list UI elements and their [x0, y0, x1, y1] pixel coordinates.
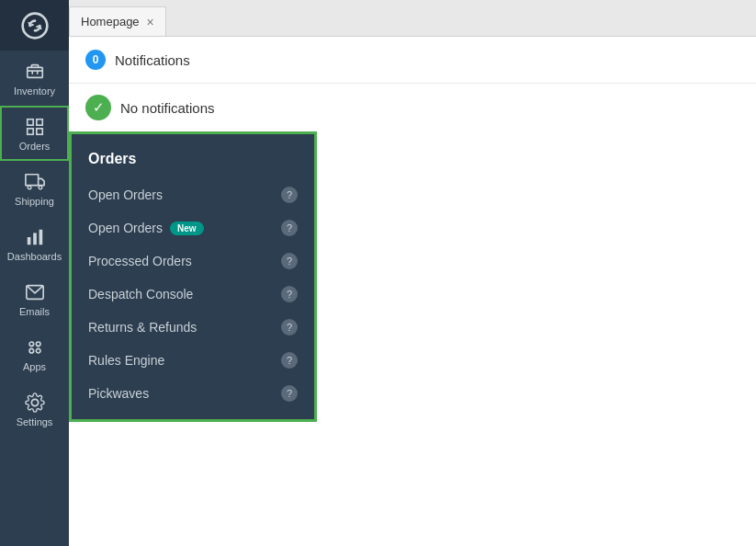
orders-panel-title: Orders	[72, 134, 314, 178]
svg-point-16	[29, 348, 34, 353]
tab-homepage[interactable]: Homepage ×	[69, 6, 166, 36]
sidebar-item-emails[interactable]: Emails	[0, 271, 69, 326]
notification-bar: 0 Notifications	[69, 37, 756, 84]
menu-item-returns-refunds[interactable]: Returns & Refunds ?	[72, 311, 314, 344]
svg-rect-11	[33, 233, 37, 245]
sidebar-item-settings[interactable]: Settings	[0, 381, 69, 437]
svg-rect-6	[27, 129, 32, 134]
no-notifications-text: No notifications	[120, 100, 215, 116]
menu-item-pickwaves[interactable]: Pickwaves ?	[72, 377, 314, 410]
help-icon-pickwaves[interactable]: ?	[281, 385, 298, 402]
svg-rect-10	[27, 237, 30, 245]
sidebar-label-inventory: Inventory	[14, 85, 55, 97]
sidebar-label-dashboards: Dashboards	[7, 251, 62, 262]
sidebar-item-dashboards[interactable]: Dashboards	[0, 216, 69, 271]
sidebar-label-settings: Settings	[17, 416, 53, 427]
menu-item-open-orders-new[interactable]: Open Orders New ?	[72, 211, 314, 245]
sidebar-label-apps: Apps	[23, 361, 46, 372]
sidebar-item-shipping[interactable]: Shipping	[0, 161, 69, 216]
help-icon-rules-engine[interactable]: ?	[281, 352, 298, 369]
check-circle-icon: ✓	[85, 95, 111, 120]
orders-icon	[25, 117, 45, 137]
apps-icon	[25, 337, 45, 358]
content-area: Orders Open Orders ? Open Orders New ? P…	[69, 131, 756, 546]
notification-title: Notifications	[115, 52, 190, 68]
svg-point-9	[39, 186, 42, 189]
svg-point-17	[36, 348, 40, 353]
help-icon-open-orders[interactable]: ?	[281, 187, 298, 203]
truck-icon	[25, 172, 45, 192]
tab-close-icon[interactable]: ×	[147, 15, 154, 29]
tab-bar: Homepage ×	[69, 0, 756, 37]
processed-orders-label: Processed Orders	[88, 254, 192, 268]
sync-icon	[20, 11, 50, 40]
help-icon-processed-orders[interactable]: ?	[281, 253, 298, 269]
new-badge: New	[170, 222, 204, 235]
main-content: Homepage × 0 Notifications ✓ No notifica…	[69, 0, 756, 546]
tab-label: Homepage	[81, 15, 140, 28]
sidebar-item-orders[interactable]: Orders	[0, 106, 69, 161]
returns-refunds-label: Returns & Refunds	[88, 320, 197, 335]
sidebar-label-orders: Orders	[19, 141, 51, 152]
svg-rect-4	[27, 119, 32, 125]
rules-engine-label: Rules Engine	[88, 353, 164, 368]
svg-rect-5	[36, 119, 41, 125]
sidebar-item-apps[interactable]: Apps	[0, 326, 69, 381]
no-notifications-row: ✓ No notifications	[69, 84, 756, 131]
pickwaves-label: Pickwaves	[88, 386, 149, 401]
help-icon-despatch-console[interactable]: ?	[281, 286, 298, 302]
help-icon-open-orders-new[interactable]: ?	[281, 220, 298, 236]
chart-icon	[25, 227, 45, 247]
open-orders-new-label: Open Orders	[88, 221, 163, 235]
menu-item-processed-orders[interactable]: Processed Orders ?	[72, 245, 314, 278]
sidebar-label-shipping: Shipping	[15, 196, 54, 207]
sidebar-label-emails: Emails	[19, 306, 50, 317]
settings-icon	[25, 392, 45, 413]
notification-count-badge: 0	[85, 50, 106, 70]
menu-item-despatch-console[interactable]: Despatch Console ?	[72, 278, 314, 311]
svg-rect-7	[36, 129, 41, 134]
svg-point-15	[36, 342, 40, 347]
sidebar: Inventory Orders Shipping Dashboards	[0, 0, 69, 546]
open-orders-label: Open Orders	[88, 188, 163, 202]
sidebar-item-inventory[interactable]: Inventory	[0, 51, 69, 106]
box-icon	[25, 62, 45, 82]
despatch-console-label: Despatch Console	[88, 287, 193, 301]
svg-point-0	[22, 13, 47, 38]
menu-item-open-orders[interactable]: Open Orders ?	[72, 178, 314, 211]
svg-point-14	[29, 342, 34, 347]
email-icon	[25, 282, 45, 302]
orders-panel: Orders Open Orders ? Open Orders New ? P…	[69, 131, 317, 422]
svg-point-8	[28, 186, 31, 189]
help-icon-returns-refunds[interactable]: ?	[281, 319, 298, 336]
menu-item-rules-engine[interactable]: Rules Engine ?	[72, 344, 314, 377]
logo-button[interactable]	[0, 0, 69, 51]
svg-rect-12	[39, 230, 42, 245]
